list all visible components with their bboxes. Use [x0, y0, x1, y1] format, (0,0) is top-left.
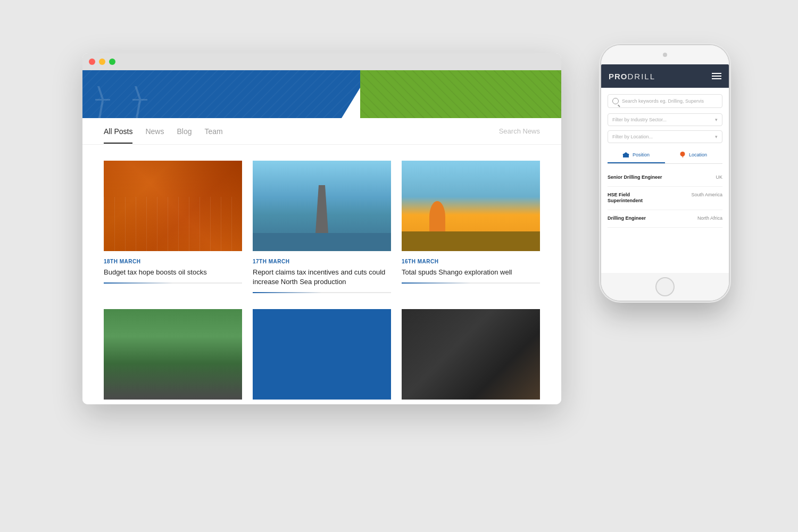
nav-tabs: All Posts News Blog Team	[104, 120, 499, 143]
scene: All Posts News Blog Team Search News 18T…	[0, 0, 798, 532]
job-item-3[interactable]: Drilling Engineer North Africa	[608, 210, 722, 228]
hamburger-line-3	[712, 78, 721, 79]
phone-camera	[663, 53, 667, 57]
pump-silhouette-2	[130, 86, 152, 118]
post-card-1[interactable]: 18TH MARCH Budget tax hope boosts oil st…	[104, 161, 242, 298]
app-logo: PRODRILL	[609, 72, 655, 81]
filter-location-label: Filter by Location...	[612, 134, 653, 139]
browser-content: All Posts News Blog Team Search News 18T…	[82, 70, 561, 404]
hamburger-line-1	[712, 73, 721, 74]
app-header: PRODRILL	[601, 64, 729, 88]
job-location-1: UK	[716, 174, 722, 180]
job-item-1[interactable]: Senior Drilling Engineer UK	[608, 169, 722, 187]
hero-left	[82, 70, 360, 118]
hamburger-menu-icon[interactable]	[712, 73, 721, 79]
app-logo-part2: DRILL	[628, 72, 656, 81]
mobile-phone: PRODRILL Search keywords eg. Drilling, S…	[601, 45, 729, 301]
post-card-3[interactable]: 16TH MARCH Total spuds Shango exploratio…	[402, 161, 540, 298]
post-card-2[interactable]: 17TH MARCH Report claims tax incentives …	[253, 161, 391, 298]
location-pin-icon	[680, 152, 685, 158]
post-date-2: 17TH MARCH	[253, 259, 391, 264]
post-body-3: 16TH MARCH Total spuds Shango exploratio…	[402, 251, 540, 289]
job-title-1: Senior Drilling Engineer	[608, 174, 662, 181]
tab-all-posts[interactable]: All Posts	[104, 120, 132, 143]
search-icon	[612, 98, 619, 104]
post-title-2: Report claims tax incentives and cuts co…	[253, 268, 391, 287]
post-divider-1	[104, 282, 242, 284]
tab-location-label: Location	[689, 152, 707, 157]
post-image-oil-stocks	[104, 161, 242, 251]
nav-bar: All Posts News Blog Team Search News	[82, 118, 561, 145]
posts-grid: 18TH MARCH Budget tax hope boosts oil st…	[82, 145, 561, 404]
filter-industry-label: Filter by Industry Sector...	[612, 117, 667, 122]
post-title-1: Budget tax hope boosts oil stocks	[104, 268, 242, 277]
filter-location-arrow-icon: ▾	[715, 134, 718, 139]
post-image-north-sea	[253, 161, 391, 251]
app-search-bar[interactable]: Search keywords eg. Drilling, Supervis	[608, 94, 722, 108]
post-card-4[interactable]	[104, 309, 242, 400]
post-divider-2	[253, 292, 391, 293]
post-date-3: 16TH MARCH	[402, 259, 540, 264]
tab-blog[interactable]: Blog	[177, 120, 192, 143]
app-body: Search keywords eg. Drilling, Supervis F…	[601, 88, 729, 273]
post-body-1: 18TH MARCH Budget tax hope boosts oil st…	[104, 251, 242, 289]
job-location-3: North Africa	[697, 215, 722, 221]
traffic-light-yellow[interactable]	[99, 59, 105, 65]
search-placeholder-text: Search keywords eg. Drilling, Supervis	[622, 98, 704, 104]
pump-silhouette-1	[93, 86, 114, 118]
browser-titlebar	[82, 53, 561, 70]
post-card-5[interactable]	[253, 309, 391, 400]
traffic-light-green[interactable]	[109, 59, 115, 65]
home-button[interactable]	[655, 277, 675, 296]
hamburger-line-2	[712, 76, 721, 77]
job-title-2: HSE Field Superintendent	[608, 192, 666, 204]
job-list: Senior Drilling Engineer UK HSE Field Su…	[608, 169, 722, 228]
post-image-chancellor	[402, 309, 540, 400]
search-news-label[interactable]: Search News	[499, 127, 540, 135]
post-divider-3	[402, 282, 540, 284]
filter-industry-sector[interactable]: Filter by Industry Sector... ▾	[608, 113, 722, 126]
hero-right	[360, 70, 561, 118]
phone-screen: PRODRILL Search keywords eg. Drilling, S…	[601, 64, 729, 273]
post-date-1: 18TH MARCH	[104, 259, 242, 264]
phone-top-bar	[601, 45, 729, 64]
tab-location[interactable]: Location	[665, 147, 722, 163]
post-image-total-workers	[402, 161, 540, 251]
post-card-6[interactable]	[402, 309, 540, 400]
job-tabs: Position Location	[608, 147, 722, 164]
tab-position[interactable]: Position	[608, 147, 665, 163]
post-body-2: 17TH MARCH Report claims tax incentives …	[253, 251, 391, 298]
hero-banner	[82, 70, 561, 118]
post-image-team	[104, 309, 242, 400]
tab-news[interactable]: News	[145, 120, 164, 143]
tab-team[interactable]: Team	[205, 120, 223, 143]
traffic-light-red[interactable]	[89, 59, 95, 65]
phone-bottom-bar	[601, 273, 729, 301]
position-house-icon	[623, 152, 629, 157]
tab-position-label: Position	[633, 152, 650, 157]
desktop-browser: All Posts News Blog Team Search News 18T…	[82, 53, 561, 404]
job-location-2: South America	[691, 192, 722, 197]
filter-location[interactable]: Filter by Location... ▾	[608, 130, 722, 143]
job-item-2[interactable]: HSE Field Superintendent South America	[608, 187, 722, 210]
post-title-3: Total spuds Shango exploration well	[402, 268, 540, 277]
pump-shapes	[93, 86, 152, 118]
filter-industry-arrow-icon: ▾	[715, 117, 718, 122]
job-title-3: Drilling Engineer	[608, 215, 646, 222]
app-logo-part1: PRO	[609, 72, 628, 81]
post-image-blue	[253, 309, 391, 400]
